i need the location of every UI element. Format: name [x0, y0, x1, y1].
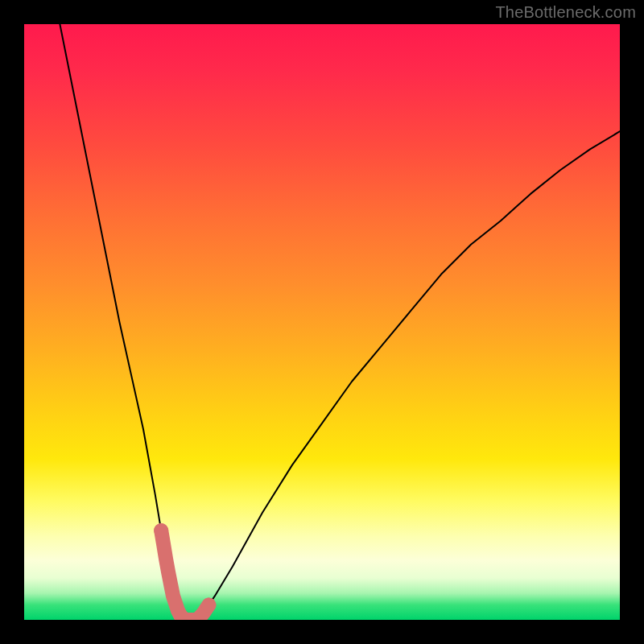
- curve-path: [60, 24, 620, 620]
- highlight-end-dot: [154, 523, 168, 538]
- highlight-end-dot: [201, 598, 216, 613]
- plot-area: [24, 24, 620, 620]
- bottleneck-curve: [24, 24, 620, 620]
- watermark-text: TheBottleneck.com: [495, 3, 636, 22]
- optimal-range-highlight: [161, 530, 208, 620]
- chart-frame: TheBottleneck.com: [0, 0, 644, 644]
